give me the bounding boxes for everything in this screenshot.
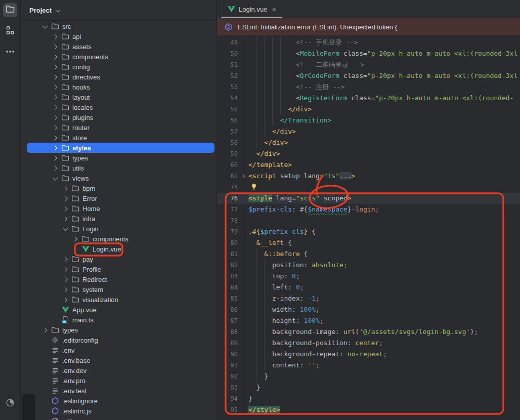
tree-item-login[interactable]: Login	[21, 224, 216, 234]
chevron-right-icon[interactable]	[51, 63, 59, 71]
profiler-tool-button[interactable]	[3, 397, 17, 411]
code-line-76[interactable]: 76<style lang="scss" scoped>	[217, 193, 520, 204]
chevron-right-icon[interactable]	[61, 285, 69, 293]
tree-item--eslintignore[interactable]: .eslintignore	[21, 396, 216, 406]
code-line-85[interactable]: 85 z-index: -1;	[217, 293, 520, 304]
tree-item-profile[interactable]: Profile	[21, 264, 216, 274]
tree-item-views[interactable]: views	[21, 173, 216, 183]
chevron-right-icon[interactable]	[51, 53, 59, 61]
code-line-84[interactable]: 84 left: 0;	[217, 282, 520, 293]
code-line-55[interactable]: 55 </div>	[217, 104, 520, 115]
tree-item-assets[interactable]: assets	[21, 41, 216, 52]
tree-item-redirect[interactable]: Redirect	[21, 274, 216, 284]
code-line-57[interactable]: 57 </div>	[217, 126, 520, 137]
code-line-83[interactable]: 83 top: 0;	[217, 271, 520, 282]
chevron-right-icon[interactable]	[51, 43, 59, 51]
tree-item-store[interactable]: store	[21, 133, 216, 143]
code-line-82[interactable]: 82 position: absolute;	[217, 260, 520, 271]
tree-item-styles[interactable]: styles	[21, 143, 216, 153]
tree-item-bpm[interactable]: bpm	[21, 183, 216, 193]
tab-close-icon[interactable]: ×	[272, 6, 276, 13]
chevron-down-icon[interactable]	[41, 22, 49, 30]
code-line-56[interactable]: 56 </Transition>	[217, 115, 520, 126]
code-line-80[interactable]: 80 &__left {	[217, 237, 520, 248]
tree-item-infra[interactable]: infra	[21, 214, 216, 224]
project-panel-header[interactable]: Project	[21, 0, 216, 21]
tree-item--env-pro[interactable]: .env.pro	[21, 375, 216, 386]
chevron-down-icon[interactable]	[51, 174, 59, 182]
code-line-90[interactable]: 90 background-repeat: no-repeat;	[217, 349, 520, 360]
tree-item--env-test[interactable]: .env.test	[21, 386, 216, 396]
code-line-78[interactable]: 78	[217, 215, 520, 226]
chevron-right-icon[interactable]	[51, 123, 59, 132]
code-line-58[interactable]: 58 </div>	[217, 137, 520, 148]
tree-item--env[interactable]: .env	[21, 345, 216, 355]
tree-item-types[interactable]: types	[21, 325, 216, 335]
chevron-right-icon[interactable]	[61, 296, 69, 304]
code-line-86[interactable]: 86 width: 100%;	[217, 304, 520, 315]
code-line-53[interactable]: 53 <!-- 注册 -->	[217, 81, 520, 93]
chevron-right-icon[interactable]	[61, 215, 69, 223]
code-line-51[interactable]: 51 <!-- 二维码登录 -->	[217, 59, 520, 70]
chevron-right-icon[interactable]	[51, 164, 59, 172]
chevron-right-icon[interactable]	[61, 194, 69, 202]
fold-arrow-icon[interactable]	[241, 174, 245, 178]
tree-item-components[interactable]: components	[21, 52, 216, 62]
tree-item-main-ts[interactable]: TSmain.ts	[21, 315, 216, 325]
code-line-60[interactable]: 60</template>	[217, 159, 520, 171]
code-line-61[interactable]: 61<script setup lang="ts"...>	[217, 171, 520, 182]
tree-item-layout[interactable]: layout	[21, 92, 216, 102]
code-line-81[interactable]: 81 &::before {	[217, 248, 520, 260]
tab-login-vue[interactable]: Login.vue ×	[221, 0, 282, 18]
intention-bulb-icon[interactable]	[248, 183, 257, 191]
chevron-right-icon[interactable]	[41, 326, 49, 334]
structure-tool-button[interactable]	[3, 24, 17, 38]
chevron-right-icon[interactable]	[51, 154, 59, 162]
chevron-right-icon[interactable]	[51, 93, 59, 101]
tree-item-components[interactable]: components	[21, 234, 216, 244]
tree-item--gitignore[interactable]: .gitignore	[21, 416, 216, 420]
tree-item--editorconfig[interactable]: .editorconfig	[21, 335, 216, 345]
code-line-49[interactable]: 49 <!-- 手机登录 -->	[217, 37, 520, 48]
tree-item-error[interactable]: Error	[21, 193, 216, 203]
code-line-88[interactable]: 88 background-image: url('@/assets/svgs/…	[217, 326, 520, 338]
chevron-right-icon[interactable]	[51, 32, 59, 40]
chevron-down-icon[interactable]	[61, 225, 69, 233]
code-line-77[interactable]: 77$prefix-cls: #{$namespace}-login;	[217, 204, 520, 215]
tree-item-app-vue[interactable]: App.vue	[21, 305, 216, 315]
project-tool-button[interactable]	[3, 3, 17, 17]
chevron-right-icon[interactable]	[51, 144, 59, 152]
tree-item-plugins[interactable]: plugins	[21, 112, 216, 122]
chevron-right-icon[interactable]	[61, 265, 69, 273]
code-line-89[interactable]: 89 background-position: center;	[217, 338, 520, 349]
tree-item-api[interactable]: api	[21, 31, 216, 41]
code-line-91[interactable]: 91 content: '';	[217, 360, 520, 371]
code-line-95[interactable]: 95</style>	[217, 404, 520, 415]
tree-item-visualization[interactable]: visualization	[21, 295, 216, 305]
tree-item-login-vue[interactable]: Login.vue	[21, 244, 216, 254]
chevron-right-icon[interactable]	[51, 134, 59, 142]
code-line-94[interactable]: 94}	[217, 393, 520, 404]
code-editor[interactable]: 49 <!-- 手机登录 -->50 <MobileForm class="p-…	[217, 35, 520, 420]
tree-item-utils[interactable]: utils	[21, 163, 216, 173]
tree-item-pay[interactable]: pay	[21, 254, 216, 264]
tree-item-src[interactable]: src	[21, 21, 216, 31]
tree-item-router[interactable]: router	[21, 122, 216, 133]
code-line-59[interactable]: 59 </div>	[217, 148, 520, 159]
chevron-right-icon[interactable]	[51, 103, 59, 111]
tree-item--env-dev[interactable]: .env.dev	[21, 365, 216, 375]
tree-item--env-base[interactable]: .env.base	[21, 355, 216, 365]
more-tool-windows-button[interactable]	[3, 46, 17, 60]
code-line-75[interactable]: 75	[217, 182, 520, 193]
code-line-79[interactable]: 79.#{$prefix-cls} {	[217, 226, 520, 237]
tree-item-directives[interactable]: directives	[21, 72, 216, 82]
tree-item--eslintrc-js[interactable]: .eslintrc.js	[21, 406, 216, 416]
code-line-52[interactable]: 52 <QrCodeForm class="p-20px h-auto m-au…	[217, 70, 520, 81]
code-line-54[interactable]: 54 <RegisterForm class="p-20px h-auto m-…	[217, 93, 520, 104]
tree-item-config[interactable]: config	[21, 62, 216, 72]
chevron-right-icon[interactable]	[51, 113, 59, 121]
chevron-right-icon[interactable]	[61, 275, 69, 283]
code-line-92[interactable]: 92 }	[217, 371, 520, 382]
chevron-right-icon[interactable]	[51, 73, 59, 81]
chevron-right-icon[interactable]	[71, 235, 79, 243]
